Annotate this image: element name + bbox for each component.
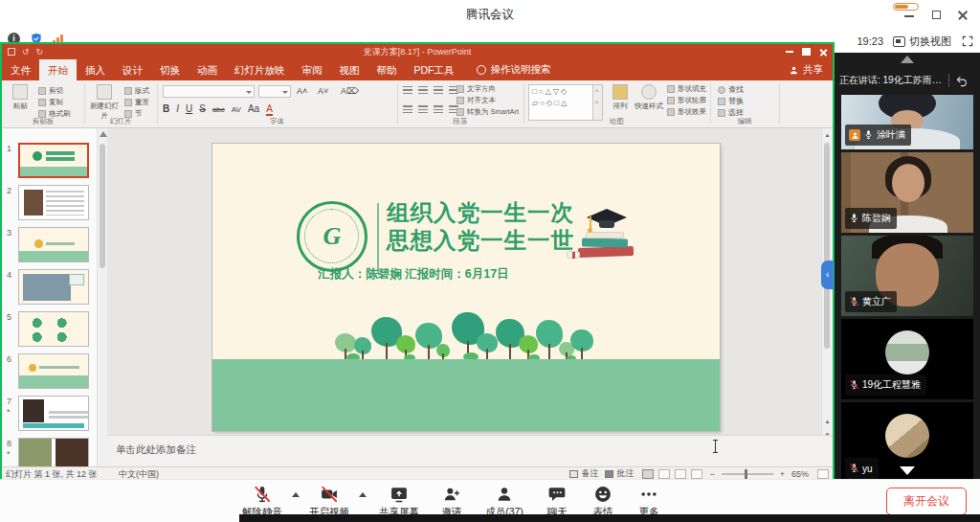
thumbnail-preview[interactable] xyxy=(18,269,89,305)
slide-thumbnail-item[interactable]: 3 xyxy=(2,226,107,268)
ppt-tab-帮助[interactable]: 帮助 xyxy=(368,59,406,80)
slide-thumbnail-item[interactable]: 5 xyxy=(2,310,107,352)
bold-button[interactable]: B xyxy=(163,103,169,114)
shrink-font-button[interactable]: A˅ xyxy=(318,86,328,96)
ppt-tab-插入[interactable]: 插入 xyxy=(77,59,114,80)
thumbnail-preview[interactable] xyxy=(18,396,89,431)
scroll-up-arrow-icon[interactable] xyxy=(901,56,914,63)
participant-video-tile[interactable]: 黄立广 xyxy=(841,236,973,316)
slide-thumbnail-item[interactable]: 1 xyxy=(2,142,107,184)
grow-font-button[interactable]: A˄ xyxy=(297,86,307,96)
find-button[interactable]: 查找 xyxy=(718,84,744,95)
notes-pane[interactable]: 单击此处添加备注 xyxy=(107,435,833,466)
new-slide-button[interactable]: 新建幻灯片 xyxy=(88,84,121,121)
comments-toggle[interactable]: 批注 xyxy=(605,467,634,479)
slide-1[interactable]: G 组织入党一生一次 思想入党一生一世 汇报人：陈碧娴 汇报时间：6月17日 xyxy=(212,144,720,431)
participant-video-tile[interactable]: 涂叶满 xyxy=(841,95,973,149)
leave-meeting-button[interactable]: 离开会议 xyxy=(886,488,967,515)
scroll-up-icon[interactable]: ▲ xyxy=(823,129,832,141)
share-button[interactable]: 共享 xyxy=(789,59,823,80)
participant-video-tile[interactable]: 19化工程慧雅 xyxy=(841,319,973,399)
font-size-combo[interactable] xyxy=(258,85,291,98)
thumbnail-preview[interactable] xyxy=(18,143,89,178)
shape-effects-button[interactable]: 形状效果 xyxy=(667,107,706,117)
cut-button[interactable]: 剪切 xyxy=(38,86,63,96)
clear-format-button[interactable]: A⌦ xyxy=(341,86,359,96)
canvas-scrollbar[interactable]: ▲ ▲ ▼ ▼ xyxy=(821,128,832,466)
close-button[interactable] xyxy=(955,8,972,23)
font-name-combo[interactable] xyxy=(163,85,255,98)
align-left-icon[interactable] xyxy=(403,105,412,113)
shapes-gallery[interactable]: □○△▽◇ ▱○◇□△ ˄˅ xyxy=(528,84,603,121)
underline-button[interactable]: U xyxy=(186,103,192,114)
ppt-tab-视图[interactable]: 视图 xyxy=(331,59,368,80)
zoom-out-button[interactable]: − xyxy=(709,469,714,479)
slide-thumbnail-item[interactable]: 2 xyxy=(2,184,107,226)
ppt-tab-审阅[interactable]: 审阅 xyxy=(294,59,331,80)
restore-button[interactable] xyxy=(928,8,946,23)
participant-video-tile[interactable]: 陈碧娴 xyxy=(841,152,973,233)
zoom-in-button[interactable]: + xyxy=(780,469,785,479)
cam-off-options-arrow[interactable] xyxy=(356,484,369,497)
numbering-icon[interactable] xyxy=(418,86,428,94)
normal-view-button[interactable] xyxy=(642,469,654,479)
ppt-tab-设计[interactable]: 设计 xyxy=(114,59,151,80)
scroll-down-arrow-icon[interactable] xyxy=(900,466,915,475)
reset-button[interactable]: 重置 xyxy=(124,98,149,107)
mic-off-options-arrow[interactable] xyxy=(289,484,302,497)
slide-thumbnail-item[interactable]: 7 * xyxy=(2,395,107,437)
smartart-button[interactable]: 转换为 SmartArt xyxy=(457,107,519,117)
arrange-button[interactable]: 排列 xyxy=(608,84,633,111)
quick-styles-button[interactable]: 快速样式 xyxy=(635,84,663,111)
slide-thumbnail-item[interactable]: 6 xyxy=(2,352,107,395)
thumbnail-preview[interactable] xyxy=(18,311,89,347)
copy-button[interactable]: 复制 xyxy=(38,98,63,107)
minimize-button[interactable] xyxy=(902,8,919,23)
slide-thumbnail-item[interactable]: 8 * xyxy=(2,437,107,466)
thumbnail-preview[interactable] xyxy=(18,438,89,466)
switch-view-button[interactable]: 切换视图 xyxy=(893,34,951,49)
return-arrow-icon[interactable] xyxy=(955,75,969,87)
notes-toggle[interactable]: 备注 xyxy=(569,467,598,479)
ppt-tab-动画[interactable]: 动画 xyxy=(189,59,226,80)
paste-button[interactable]: 粘贴 xyxy=(6,84,34,111)
bullets-icon[interactable] xyxy=(403,86,412,94)
text-direction-button[interactable]: 文字方向 xyxy=(457,84,496,94)
zoom-slider[interactable] xyxy=(722,473,773,475)
tell-me-search[interactable]: 操作说明搜索 xyxy=(477,59,551,80)
shadow-button[interactable]: abc xyxy=(212,105,225,114)
shape-fill-button[interactable]: 形状填充 xyxy=(667,84,706,94)
slideshow-view-button[interactable] xyxy=(691,469,702,479)
char-spacing-button[interactable]: AV xyxy=(232,105,241,114)
ppt-tab-PDF工具[interactable]: PDF工具 xyxy=(406,59,463,80)
ppt-minimize-icon[interactable] xyxy=(786,51,793,53)
scroll-up-icon[interactable] xyxy=(100,131,107,137)
replace-button[interactable]: 替换 xyxy=(718,96,744,106)
language-indicator[interactable]: 中文(中国) xyxy=(119,468,159,479)
ppt-tab-幻灯片放映[interactable]: 幻灯片放映 xyxy=(226,59,294,80)
strikethrough-button[interactable]: S xyxy=(199,103,206,114)
layout-button[interactable]: 版式 xyxy=(124,86,149,96)
indent-icon[interactable] xyxy=(434,86,443,94)
thumbnail-scrollbar[interactable] xyxy=(97,128,107,466)
fullscreen-icon[interactable] xyxy=(961,34,974,48)
align-right-icon[interactable] xyxy=(434,105,443,113)
align-text-button[interactable]: 对齐文本 xyxy=(457,96,496,105)
previous-slide-button[interactable]: ▲ xyxy=(823,416,832,427)
align-center-icon[interactable] xyxy=(418,105,428,113)
italic-button[interactable]: I xyxy=(176,103,179,114)
reading-view-button[interactable] xyxy=(675,469,686,479)
thumbnail-preview[interactable] xyxy=(18,185,89,220)
fit-to-window-button[interactable] xyxy=(817,469,829,479)
change-case-button[interactable]: Aa xyxy=(248,103,259,114)
ppt-close-icon[interactable] xyxy=(819,48,828,57)
slide-thumbnail-item[interactable]: 4 xyxy=(2,268,107,310)
slide-sorter-view-button[interactable] xyxy=(658,469,670,479)
panel-collapse-handle[interactable]: ‹ xyxy=(821,261,834,289)
ppt-tab-切换[interactable]: 切换 xyxy=(151,59,189,80)
thumbnail-preview[interactable] xyxy=(18,353,89,389)
ppt-tab-文件[interactable]: 文件 xyxy=(2,59,39,80)
gallery-scroll[interactable]: ˄˅ xyxy=(592,85,602,120)
ppt-restore-icon[interactable] xyxy=(802,48,811,56)
ppt-tab-开始[interactable]: 开始 xyxy=(39,59,77,80)
